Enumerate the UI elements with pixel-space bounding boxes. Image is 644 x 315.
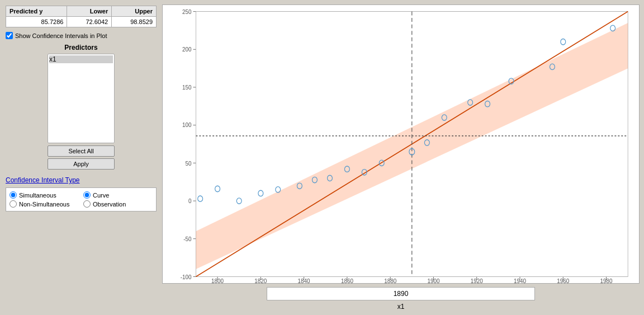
prediction-row: 85.7286 72.6042 98.8529 [6,17,157,27]
x-input-row [162,287,640,300]
show-ci-checkbox[interactable] [6,32,13,39]
btn-row: Select All Apply [48,145,115,170]
prediction-table: Predicted y Lower Upper 85.7286 72.6042 … [6,6,157,27]
lower-header: Lower [67,6,112,17]
svg-text:0: 0 [188,197,192,204]
show-ci-checkbox-row: Show Confidence Intervals in Plot [6,32,157,39]
svg-text:150: 150 [182,84,192,91]
svg-text:50: 50 [186,159,192,167]
svg-text:100: 100 [182,121,192,129]
radio-non-simultaneous: Non-Simultaneous [10,200,79,208]
lower-value: 72.6042 [67,17,112,27]
select-all-button[interactable]: Select All [48,145,115,157]
predicted-y-header: Predicted y [6,6,67,17]
predictors-section: Predictors x1 Select All Apply [6,44,157,170]
radio-simultaneous-label: Simultaneous [19,192,56,199]
radio-curve: Curve [83,191,153,199]
upper-header: Upper [112,6,157,17]
chart-area: 250 200 150 100 50 0 -50 -100 18 [162,4,640,284]
radio-observation-label: Observation [93,201,126,208]
radio-grid: Simultaneous Curve Non-Simultaneous Obse… [6,187,157,211]
ci-type-link[interactable]: Confidence Interval Type [6,176,80,184]
predicted-y-value: 85.7286 [6,17,67,27]
right-panel: 250 200 150 100 50 0 -50 -100 18 [162,0,644,315]
radio-observation-input[interactable] [83,200,91,208]
left-panel: Predicted y Lower Upper 85.7286 72.6042 … [0,0,162,315]
radio-simultaneous: Simultaneous [10,191,79,199]
radio-curve-label: Curve [93,192,109,199]
svg-text:-100: -100 [181,273,192,280]
upper-value: 98.8529 [112,17,157,27]
radio-simultaneous-input[interactable] [10,191,17,199]
chart-svg: 250 200 150 100 50 0 -50 -100 18 [163,5,639,283]
show-ci-label: Show Confidence Intervals in Plot [15,32,107,39]
radio-non-simultaneous-input[interactable] [10,200,17,208]
radio-non-simultaneous-label: Non-Simultaneous [19,201,70,208]
svg-text:250: 250 [182,8,192,15]
svg-text:200: 200 [182,45,192,53]
x-axis-label: x1 [162,303,640,311]
apply-button[interactable]: Apply [48,158,115,170]
radio-observation: Observation [83,200,153,208]
x-value-input[interactable] [267,287,535,300]
predictor-item-x1[interactable]: x1 [49,55,113,63]
predictors-listbox[interactable]: x1 [48,54,115,143]
radio-curve-input[interactable] [83,191,91,199]
ci-type-section: Confidence Interval Type Simultaneous Cu… [6,176,157,211]
svg-text:-50: -50 [183,235,191,242]
predictors-label: Predictors [64,44,97,51]
